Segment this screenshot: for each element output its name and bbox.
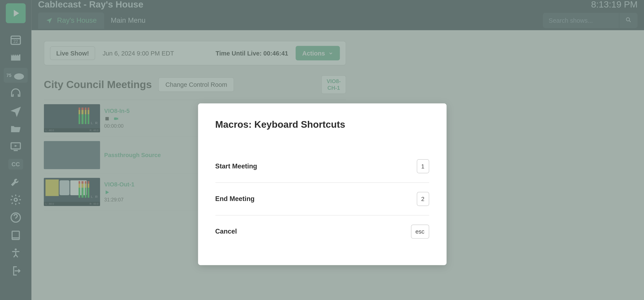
shortcut-key: 1 [417,159,429,173]
shortcuts-modal: Macros: Keyboard Shortcuts Start Meeting… [198,104,446,265]
shortcut-label: Start Meeting [215,162,257,170]
shortcut-key: 2 [417,192,429,206]
shortcut-row: Start Meeting 1 [215,150,429,183]
shortcut-row: End Meeting 2 [215,183,429,215]
modal-overlay[interactable]: Macros: Keyboard Shortcuts Start Meeting… [0,0,644,300]
modal-title: Macros: Keyboard Shortcuts [215,119,429,130]
shortcut-label: Cancel [215,228,237,235]
shortcut-key: esc [411,224,429,239]
shortcut-label: End Meeting [215,195,255,203]
shortcut-row: Cancel esc [215,216,429,248]
